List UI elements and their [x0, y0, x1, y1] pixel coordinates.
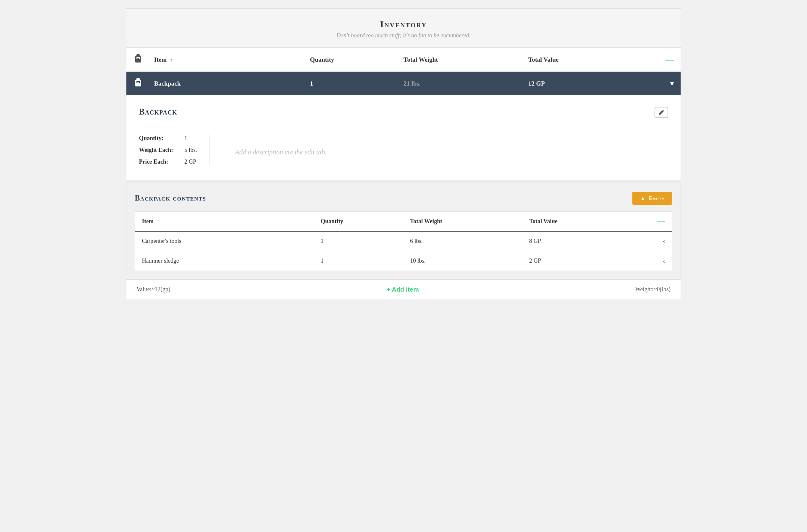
sort-arrow-icon: ↑: [170, 57, 173, 63]
backpack-name: Backpack: [154, 80, 310, 87]
chevron-left-icon[interactable]: ‹: [663, 237, 665, 245]
col-weight-header: Total Weight: [404, 56, 528, 63]
contents-table: Item ↑ Quantity Total Weight Total Value…: [135, 211, 672, 271]
table-row: Hammer sledge 1 10 lbs. 2 GP ‹: [135, 251, 672, 271]
empty-icon: ▲: [640, 195, 646, 201]
detail-title: Backpack: [139, 107, 177, 117]
chevron-left-icon[interactable]: ‹: [663, 257, 665, 264]
backpack-icon: [133, 78, 143, 88]
backpack-row[interactable]: Backpack 1 21 lbs. 12 GP ▾: [126, 72, 681, 95]
col-quantity-header: Quantity: [310, 56, 404, 63]
contents-col-item-header[interactable]: Item ↑: [142, 218, 321, 225]
backpack-quantity: 1: [310, 80, 404, 87]
svg-rect-4: [137, 58, 139, 59]
carpenter-tools-value: 8 GP: [529, 238, 648, 245]
hammer-sledge-value: 2 GP: [529, 258, 648, 264]
backpack-weight: 21 lbs.: [404, 80, 528, 87]
icon-col-header: [133, 54, 154, 65]
hammer-sledge-name: Hammer sledge: [142, 258, 321, 264]
page-footer: Value:~12(gp) + Add Item Weight:~0(lbs): [126, 279, 681, 299]
contents-col-quantity-header: Quantity: [321, 218, 410, 225]
quantity-field: Quantity: 1: [139, 135, 197, 142]
table-row: Carpenter's tools 1 6 lbs. 8 GP ‹: [135, 232, 672, 251]
carpenter-tools-qty: 1: [321, 238, 410, 245]
edit-button[interactable]: [655, 107, 668, 118]
contents-col-action-header[interactable]: —: [648, 217, 665, 226]
empty-button[interactable]: ▲ Empty: [632, 192, 672, 205]
contents-minus-button[interactable]: —: [657, 216, 665, 226]
svg-rect-9: [137, 82, 139, 83]
contents-header: Backpack contents ▲ Empty: [135, 192, 672, 205]
detail-panel: Backpack Quantity: 1 Weight Eac: [126, 95, 681, 182]
footer-value: Value:~12(gp): [136, 286, 170, 293]
backpack-header-icon: [133, 54, 143, 64]
svg-rect-1: [137, 54, 139, 55]
contents-col-value-header: Total Value: [529, 218, 648, 225]
hammer-sledge-action[interactable]: ‹: [648, 257, 665, 265]
carpenter-tools-weight: 6 lbs.: [410, 238, 529, 245]
detail-fields: Quantity: 1 Weight Each: 5 lbs. Price Ea…: [139, 135, 210, 165]
add-column-action[interactable]: —: [653, 55, 674, 64]
hammer-sledge-qty: 1: [321, 258, 410, 264]
table-header: Item ↑ Quantity Total Weight Total Value…: [126, 48, 681, 72]
add-item-button[interactable]: + Add Item: [387, 286, 419, 293]
detail-description: Add a description via the edit tab.: [235, 144, 326, 156]
col-item-header[interactable]: Item ↑: [154, 56, 310, 63]
chevron-down-icon[interactable]: ▾: [670, 79, 674, 88]
footer-weight: Weight:~0(lbs): [635, 286, 671, 293]
hammer-sledge-weight: 10 lbs.: [410, 258, 529, 264]
svg-rect-6: [137, 78, 139, 79]
contents-col-weight-header: Total Weight: [410, 218, 529, 225]
backpack-row-icon: [133, 78, 154, 89]
contents-sort-arrow: ↑: [157, 219, 160, 225]
page-subtitle: Don't hoard too much stuff; it's no fun …: [135, 32, 672, 39]
carpenter-tools-name: Carpenter's tools: [142, 238, 321, 245]
price-field: Price Each: 2 GP: [139, 159, 197, 165]
backpack-expand[interactable]: ▾: [653, 79, 674, 88]
page-title: Inventory: [135, 19, 672, 30]
contents-title: Backpack contents: [135, 194, 206, 203]
minus-button[interactable]: —: [666, 55, 674, 64]
contents-section: Backpack contents ▲ Empty Item ↑ Quantit…: [126, 182, 681, 279]
col-value-header: Total Value: [528, 56, 653, 63]
weight-field: Weight Each: 5 lbs.: [139, 147, 197, 154]
carpenter-tools-action[interactable]: ‹: [648, 237, 665, 245]
contents-table-header: Item ↑ Quantity Total Weight Total Value…: [135, 212, 672, 232]
page-header: Inventory Don't hoard too much stuff; it…: [126, 9, 681, 48]
backpack-value: 12 GP: [528, 80, 653, 87]
